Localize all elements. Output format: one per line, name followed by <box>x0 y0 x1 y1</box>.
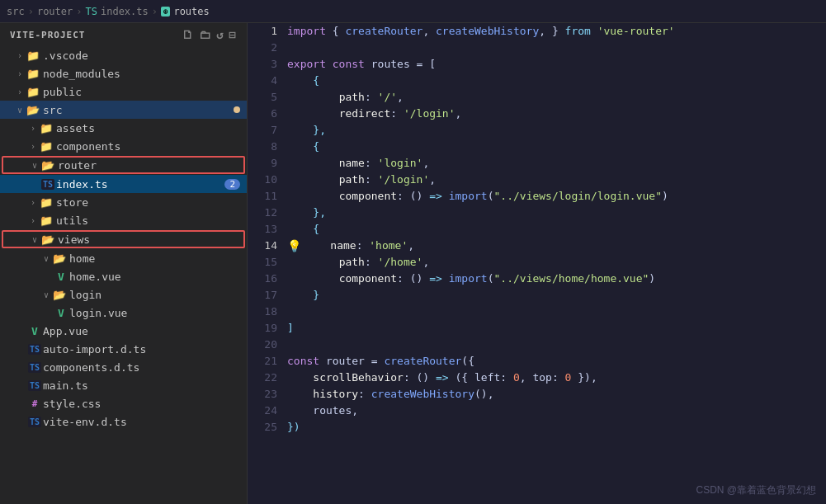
tree-item-components[interactable]: › 📁 components <box>0 137 247 155</box>
line-num-14: 14 <box>254 238 277 254</box>
arrow-utils: › <box>26 216 40 225</box>
code-line-13: { <box>287 221 813 238</box>
tree-item-router[interactable]: ∨ 📂 router <box>2 156 245 174</box>
css-icon-style: # <box>26 398 43 409</box>
line-num-17: 17 <box>254 287 277 304</box>
line-num-6: 6 <box>254 106 277 122</box>
line-num-7: 7 <box>254 122 277 139</box>
tree-item-utils[interactable]: › 📁 utils <box>0 211 247 229</box>
arrow-src: ∨ <box>13 106 26 115</box>
code-line-17: } <box>287 287 813 304</box>
ts-icon-components-d: TS <box>26 362 43 373</box>
tree-item-login-vue[interactable]: V login.vue <box>0 304 247 322</box>
line-num-21: 21 <box>254 353 277 370</box>
code-line-8: { <box>287 139 813 155</box>
code-line-2 <box>287 40 813 56</box>
tree-item-assets[interactable]: › 📁 assets <box>0 119 247 137</box>
folder-icon-src: 📂 <box>26 104 40 116</box>
breadcrumb-file[interactable]: index.ts <box>101 6 149 17</box>
tree-item-store[interactable]: › 📁 store <box>0 193 247 211</box>
line-num-16: 16 <box>254 271 277 287</box>
label-vite-env: vite-env.d.ts <box>43 416 127 428</box>
label-home-vue: home.vue <box>69 271 121 283</box>
tree-item-style-css[interactable]: # style.css <box>0 394 247 412</box>
label-views: views <box>58 233 90 246</box>
code-line-1: import { createRouter, createWebHistory,… <box>287 23 813 40</box>
breadcrumb-src: src <box>7 6 25 17</box>
new-file-icon[interactable]: 🗋 <box>182 28 194 41</box>
ts-icon-main: TS <box>26 380 43 391</box>
folder-icon-node-modules: 📁 <box>26 68 40 80</box>
line-num-2: 2 <box>254 40 277 56</box>
main-layout: VITE-PROJECT 🗋 🗀 ↺ ⊟ › 📁 .vscode › 📁 nod… <box>0 23 826 504</box>
collapse-icon[interactable]: ⊟ <box>229 28 237 41</box>
refresh-icon[interactable]: ↺ <box>216 28 224 41</box>
folder-icon-views: 📂 <box>41 233 54 246</box>
line-num-18: 18 <box>254 304 277 320</box>
folder-icon-utils: 📁 <box>40 214 53 227</box>
tree-item-home-vue[interactable]: V home.vue <box>0 267 247 285</box>
arrow-public: › <box>13 87 26 97</box>
line-num-8: 8 <box>254 139 277 155</box>
vue-icon-home: V <box>53 271 69 283</box>
breadcrumb-router[interactable]: router <box>37 6 73 17</box>
label-vscode: .vscode <box>43 49 88 62</box>
label-login-vue: login.vue <box>69 307 127 319</box>
editor: 1 2 3 4 5 6 7 8 9 10 11 12 13 14 15 16 1… <box>248 23 826 504</box>
tree-item-index-ts[interactable]: TS index.ts 2 <box>0 175 247 193</box>
line-num-5: 5 <box>254 89 277 106</box>
tree-item-vscode[interactable]: › 📁 .vscode <box>0 46 247 64</box>
code-line-25: }) <box>287 419 813 436</box>
code-line-4: { <box>287 73 813 89</box>
arrow-node-modules: › <box>13 69 26 78</box>
ts-icon-auto-import: TS <box>26 344 43 355</box>
label-index-ts: index.ts <box>56 178 108 191</box>
folder-icon-vscode: 📁 <box>26 49 40 62</box>
arrow-home-folder: ∨ <box>40 254 53 263</box>
tree-item-login-folder[interactable]: ∨ 📂 login <box>0 285 247 304</box>
line-num-24: 24 <box>254 403 277 419</box>
tree-item-views[interactable]: ∨ 📂 views <box>2 230 245 248</box>
code-line-24: routes, <box>287 403 813 419</box>
arrow-router: ∨ <box>28 161 41 170</box>
new-folder-icon[interactable]: 🗀 <box>199 28 211 41</box>
tree-item-app-vue[interactable]: V App.vue <box>0 322 247 340</box>
code-line-3: export const routes = [ <box>287 56 813 73</box>
breadcrumb-sep2: › <box>76 6 82 17</box>
label-utils: utils <box>56 214 88 227</box>
code-line-19: ] <box>287 320 813 337</box>
line-num-10: 10 <box>254 172 277 188</box>
tree-item-home-folder[interactable]: ∨ 📂 home <box>0 249 247 267</box>
code-line-14: 💡 name: 'home', <box>287 238 813 254</box>
tree-item-vite-env[interactable]: TS vite-env.d.ts <box>0 412 247 431</box>
project-name: VITE-PROJECT <box>10 30 85 40</box>
label-components-d: components.d.ts <box>43 361 139 374</box>
tree-item-main-ts[interactable]: TS main.ts <box>0 376 247 394</box>
tree-item-src[interactable]: ∨ 📂 src <box>0 101 247 119</box>
label-public: public <box>43 86 82 98</box>
line-num-13: 13 <box>254 221 277 238</box>
tree-item-public[interactable]: › 📁 public <box>0 82 247 101</box>
line-num-11: 11 <box>254 188 277 205</box>
sidebar: VITE-PROJECT 🗋 🗀 ↺ ⊟ › 📁 .vscode › 📁 nod… <box>0 23 248 504</box>
folder-icon-login: 📂 <box>53 289 66 301</box>
folder-icon-router: 📂 <box>41 159 54 172</box>
line-num-19: 19 <box>254 320 277 337</box>
label-login-folder: login <box>69 289 101 301</box>
ts-icon-index: TS <box>40 179 56 190</box>
label-style-css: style.css <box>43 398 101 410</box>
code-line-15: path: '/home', <box>287 254 813 271</box>
line-num-25: 25 <box>254 419 277 436</box>
tree-item-auto-import[interactable]: TS auto-import.d.ts <box>0 340 247 358</box>
code-line-23: history: createWebHistory(), <box>287 386 813 403</box>
line-num-23: 23 <box>254 386 277 403</box>
code-area: 1 2 3 4 5 6 7 8 9 10 11 12 13 14 15 16 1… <box>248 23 826 504</box>
breadcrumb-symbol-icon: ⊕ <box>161 7 170 16</box>
label-app-vue: App.vue <box>43 325 88 337</box>
line-num-22: 22 <box>254 370 277 386</box>
vue-icon-login: V <box>53 307 69 319</box>
sidebar-title: VITE-PROJECT 🗋 🗀 ↺ ⊟ <box>0 23 247 46</box>
tree-item-components-d[interactable]: TS components.d.ts <box>0 358 247 376</box>
tree-item-node-modules[interactable]: › 📁 node_modules <box>0 64 247 82</box>
label-node-modules: node_modules <box>43 68 120 80</box>
